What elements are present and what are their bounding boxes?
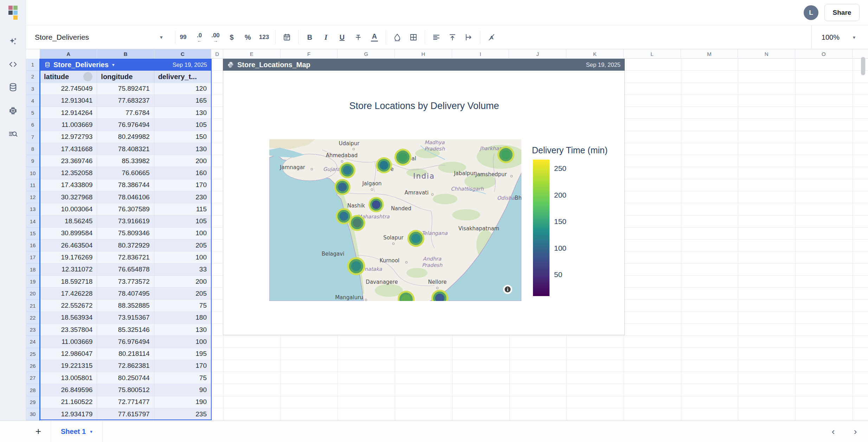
table-cell[interactable]: 19.176269 bbox=[40, 251, 97, 263]
row-header-6[interactable]: 6 bbox=[26, 119, 39, 131]
table-cell[interactable]: 72.836721 bbox=[97, 251, 154, 263]
table-cell[interactable]: 22.552672 bbox=[40, 300, 97, 312]
row-header-1[interactable]: 1 bbox=[26, 59, 39, 71]
row-header-28[interactable]: 28 bbox=[26, 384, 39, 396]
table-cell[interactable]: 130 bbox=[154, 107, 211, 119]
table-cell[interactable]: 30.899584 bbox=[40, 228, 97, 239]
table-row[interactable]: 10.00306476.307589115 bbox=[40, 203, 211, 215]
table-cell[interactable]: 13.005801 bbox=[40, 372, 97, 384]
table-row[interactable]: 12.97279380.249982150 bbox=[40, 131, 211, 143]
table-cell[interactable]: 18.56245 bbox=[40, 216, 97, 228]
table-cell[interactable]: 105 bbox=[154, 216, 211, 228]
table-row[interactable]: 18.5624573.916619105 bbox=[40, 216, 211, 228]
name-box[interactable]: Store_Deliveries ▾ bbox=[26, 25, 175, 49]
table-cell[interactable]: 21.160522 bbox=[40, 396, 97, 408]
table-cell[interactable]: 26.463504 bbox=[40, 239, 97, 251]
table-cell[interactable]: 235 bbox=[154, 408, 211, 420]
column-header-N[interactable]: N bbox=[738, 49, 795, 59]
vertical-align-icon[interactable] bbox=[444, 29, 461, 45]
table-row[interactable]: 12.31107276.65487833 bbox=[40, 264, 211, 276]
row-header-18[interactable]: 18 bbox=[26, 264, 39, 276]
row-header-23[interactable]: 23 bbox=[26, 324, 39, 336]
table-cell[interactable]: 72.771477 bbox=[97, 396, 154, 408]
table-cell[interactable]: 100 bbox=[154, 336, 211, 348]
store-marker[interactable] bbox=[394, 149, 411, 166]
table-cell[interactable]: 170 bbox=[154, 360, 211, 372]
table-row[interactable]: 22.55267288.35288575 bbox=[40, 300, 211, 312]
row-header-14[interactable]: 14 bbox=[26, 216, 39, 228]
store-marker[interactable] bbox=[349, 215, 365, 231]
table-cell[interactable]: 73.915367 bbox=[97, 312, 154, 324]
table-cell[interactable]: 18.563934 bbox=[40, 312, 97, 324]
data-connections-icon[interactable] bbox=[6, 80, 20, 94]
select-all-corner[interactable] bbox=[26, 49, 40, 59]
table-cell[interactable]: 17.426228 bbox=[40, 288, 97, 300]
prev-sheet-chevron[interactable]: ‹ bbox=[824, 421, 842, 442]
table-cell[interactable]: 130 bbox=[154, 324, 211, 336]
decimal-increase-button[interactable]: .00→ bbox=[207, 29, 224, 45]
table-row[interactable]: 23.35780485.325146130 bbox=[40, 324, 211, 336]
table-cell[interactable]: 105 bbox=[154, 119, 211, 131]
chart-body[interactable]: Store Locations by Delivery Volume bbox=[223, 71, 625, 335]
share-button[interactable]: Share bbox=[824, 4, 860, 21]
table-cell[interactable]: 80.372929 bbox=[97, 239, 154, 251]
code-editor-icon[interactable] bbox=[6, 57, 20, 71]
vertical-scrollbar-thumb[interactable] bbox=[861, 57, 865, 75]
table-row[interactable]: 12.35205876.60665160 bbox=[40, 167, 211, 179]
table-row[interactable]: 30.32796878.046106230 bbox=[40, 191, 211, 203]
chart-title-bar[interactable]: Store_Locations_Map Sep 19, 2025 bbox=[223, 59, 625, 71]
table-cell[interactable]: 80.249982 bbox=[97, 131, 154, 143]
table-row[interactable]: 17.43380978.386744170 bbox=[40, 179, 211, 191]
row-header-26[interactable]: 26 bbox=[26, 360, 39, 372]
zoom-control[interactable]: 100% ▾ bbox=[811, 25, 865, 49]
table-cell[interactable]: 170 bbox=[154, 179, 211, 191]
format-percent-button[interactable]: % bbox=[240, 29, 256, 45]
store-marker[interactable] bbox=[334, 179, 351, 195]
table-cell[interactable]: 200 bbox=[154, 276, 211, 288]
app-logo[interactable] bbox=[0, 0, 26, 25]
table-cell[interactable]: 72.862381 bbox=[97, 360, 154, 372]
column-header-H[interactable]: H bbox=[395, 49, 452, 59]
table-cell[interactable]: 85.325146 bbox=[97, 324, 154, 336]
table-row[interactable]: 12.91426477.6784130 bbox=[40, 107, 211, 119]
table-cell[interactable]: 76.307589 bbox=[97, 203, 154, 215]
column-header-A[interactable]: A bbox=[40, 49, 97, 59]
bold-button[interactable]: B bbox=[302, 29, 318, 45]
table-cell[interactable]: 205 bbox=[154, 239, 211, 251]
table-row[interactable]: 26.46350480.372929205 bbox=[40, 239, 211, 251]
table-cell[interactable]: 19.221315 bbox=[40, 360, 97, 372]
table-cell[interactable]: 195 bbox=[154, 348, 211, 360]
table-cell[interactable]: 17.433809 bbox=[40, 179, 97, 191]
row-header-7[interactable]: 7 bbox=[26, 131, 39, 143]
table-cell[interactable]: 88.352885 bbox=[97, 300, 154, 312]
row-header-13[interactable]: 13 bbox=[26, 203, 39, 215]
table-column-header-1[interactable]: latitude bbox=[40, 71, 97, 83]
horizontal-align-icon[interactable] bbox=[428, 29, 444, 45]
table-row[interactable]: 12.98604780.218114195 bbox=[40, 348, 211, 360]
table-cell[interactable]: 80.218114 bbox=[97, 348, 154, 360]
table-cell[interactable]: 180 bbox=[154, 312, 211, 324]
table-cell[interactable]: 77.615797 bbox=[97, 408, 154, 420]
row-header-8[interactable]: 8 bbox=[26, 143, 39, 155]
table-cell[interactable]: 130 bbox=[154, 143, 211, 155]
table-row[interactable]: 11.00366976.976494100 bbox=[40, 336, 211, 348]
column-header-C[interactable]: C bbox=[154, 49, 211, 59]
table-row[interactable]: 18.59271873.773572200 bbox=[40, 276, 211, 288]
table-cell[interactable]: 190 bbox=[154, 396, 211, 408]
table-row[interactable]: 30.89958475.809346100 bbox=[40, 228, 211, 239]
row-header-27[interactable]: 27 bbox=[26, 372, 39, 384]
table-cell[interactable]: 10.003064 bbox=[40, 203, 97, 215]
table-cell[interactable]: 26.849596 bbox=[40, 384, 97, 396]
store-marker[interactable] bbox=[407, 230, 424, 247]
table-cell[interactable]: 78.046106 bbox=[97, 191, 154, 203]
table-cell[interactable]: 75 bbox=[154, 372, 211, 384]
row-header-21[interactable]: 21 bbox=[26, 300, 39, 312]
store-marker[interactable] bbox=[368, 197, 384, 212]
table-title-row[interactable]: Store_Deliveries ▾ Sep 19, 2025 bbox=[40, 59, 211, 71]
underline-button[interactable]: U bbox=[334, 29, 350, 45]
table-cell[interactable]: 12.352058 bbox=[40, 167, 97, 179]
table-cell[interactable]: 17.431668 bbox=[40, 143, 97, 155]
row-header-25[interactable]: 25 bbox=[26, 348, 39, 360]
row-header-10[interactable]: 10 bbox=[26, 167, 39, 179]
store-marker[interactable] bbox=[376, 157, 392, 173]
